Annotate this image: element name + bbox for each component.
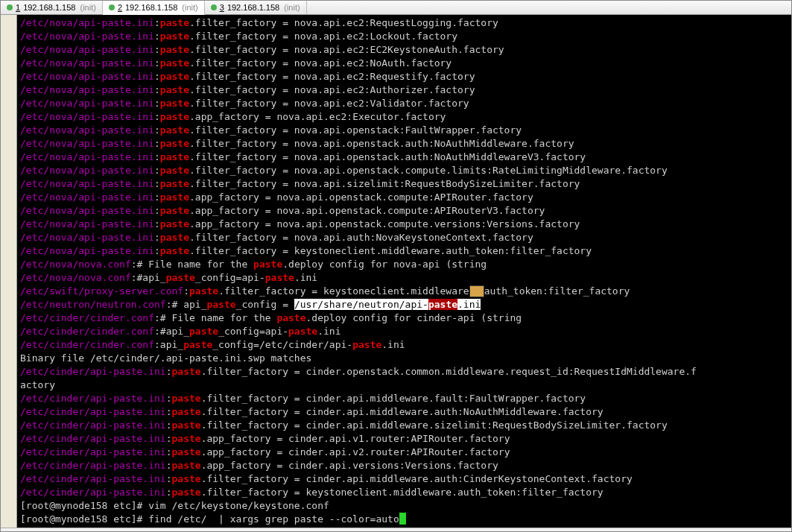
grep-line: /etc/nova/api-paste.ini:paste.app_factor… [20,110,788,124]
grep-line: /etc/nova/api-paste.ini:paste.filter_fac… [20,151,788,164]
grep-line: /etc/cinder/api-paste.ini:paste.app_fact… [20,446,788,459]
grep-line: /etc/nova/api-paste.ini:paste.filter_fac… [20,231,788,244]
grep-line: /etc/neutron/neutron.conf:# api_paste_co… [20,298,788,311]
grep-line: /etc/cinder/api-paste.ini:paste.filter_f… [20,486,788,499]
grep-line: /etc/nova/api-paste.ini:paste.filter_fac… [20,244,788,258]
grep-line: /etc/nova/api-paste.ini:paste.filter_fac… [20,43,788,57]
tab-status: (init) [284,3,300,12]
tab-number: 1 [16,3,20,12]
window-body: /etc/nova/api-paste.ini:paste.filter_fac… [1,15,791,528]
grep-line: /etc/nova/nova.conf:#api_paste_config=ap… [20,271,788,285]
grep-line: /etc/cinder/api-paste.ini:paste.filter_f… [20,392,788,405]
grep-line: /etc/nova/api-paste.ini:paste.app_factor… [20,204,788,218]
grep-binary-line: Binary file /etc/cinder/.api-paste.ini.s… [20,352,788,365]
grep-line: /etc/nova/api-paste.ini:paste.filter_fac… [20,16,788,30]
grep-line: /etc/cinder/cinder.conf:# File name for … [20,311,788,325]
tab-label: 192.168.1.158 [125,3,177,12]
status-dot-icon [109,4,115,10]
grep-line: /etc/nova/api-paste.ini:paste.filter_fac… [20,57,788,70]
grep-line: /etc/cinder/api-paste.ini:paste.filter_f… [20,405,788,419]
grep-line: /etc/cinder/api-paste.ini:paste.filter_f… [20,419,788,432]
grep-line: /etc/cinder/cinder.conf:#api_paste_confi… [20,325,788,338]
grep-line: /etc/swift/proxy-server.conf:paste.filte… [20,285,788,298]
status-dot-icon [7,4,13,10]
terminal-output[interactable]: /etc/nova/api-paste.ini:paste.filter_fac… [17,15,791,528]
text-selection[interactable]: /usr/share/neutron/api-paste.ini [294,299,481,310]
grep-line: /etc/cinder/cinder.conf:api_paste_config… [20,338,788,352]
tab-3[interactable]: 3192.168.1.158(init) [205,1,307,14]
tab-number: 3 [220,3,224,12]
tab-status: (init) [80,3,95,12]
grep-line: /etc/nova/api-paste.ini:paste.filter_fac… [20,177,788,191]
folder-icon [469,285,484,297]
status-dot-icon [211,4,217,10]
grep-line: /etc/cinder/api-paste.ini:paste.app_fact… [20,432,788,446]
grep-line: /etc/cinder/api-paste.ini:paste.app_fact… [20,459,788,472]
sidebar-rail[interactable] [1,15,17,528]
tab-status: (init) [182,3,197,12]
grep-line: /etc/nova/api-paste.ini:paste.filter_fac… [20,30,788,43]
grep-line: /etc/nova/api-paste.ini:paste.filter_fac… [20,97,788,110]
grep-line: /etc/nova/api-paste.ini:paste.filter_fac… [20,124,788,137]
tab-bar: 1192.168.1.158(init)2192.168.1.158(init)… [1,1,791,15]
tab-2[interactable]: 2192.168.1.158(init) [103,1,205,15]
shell-prompt-active[interactable]: [root@mynode158 etc]# find /etc/ | xargs… [20,513,788,526]
shell-prompt: [root@mynode158 etc]# vim /etc/keystone/… [20,499,788,513]
tab-number: 2 [118,3,122,12]
cursor-icon [399,513,406,525]
grep-line: /etc/cinder/api-paste.ini:paste.filter_f… [20,365,788,379]
grep-line: /etc/nova/api-paste.ini:paste.filter_fac… [20,83,788,97]
status-bar [1,528,791,531]
grep-line: /etc/nova/api-paste.ini:paste.app_factor… [20,191,788,204]
grep-line-wrap: actory [20,379,788,392]
grep-line: /etc/nova/api-paste.ini:paste.filter_fac… [20,70,788,83]
grep-line: /etc/nova/api-paste.ini:paste.app_factor… [20,218,788,231]
grep-line: /etc/nova/api-paste.ini:paste.filter_fac… [20,164,788,177]
terminal-window: 1192.168.1.158(init)2192.168.1.158(init)… [0,0,792,532]
tab-1[interactable]: 1192.168.1.158(init) [1,1,103,14]
grep-line: /etc/nova/api-paste.ini:paste.filter_fac… [20,137,788,151]
grep-line: /etc/nova/nova.conf:# File name for the … [20,258,788,271]
grep-line: /etc/cinder/api-paste.ini:paste.filter_f… [20,472,788,486]
tab-label: 192.168.1.158 [227,3,279,12]
tab-label: 192.168.1.158 [23,3,75,12]
